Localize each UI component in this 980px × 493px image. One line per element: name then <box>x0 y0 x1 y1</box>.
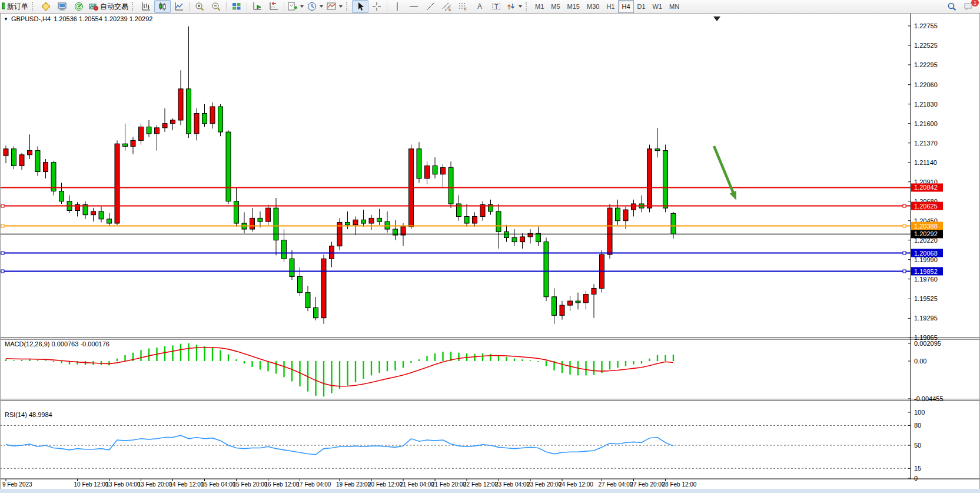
svg-text:F: F <box>464 7 467 11</box>
svg-text:1.19295: 1.19295 <box>914 315 938 322</box>
svg-text:13 Feb 20:00: 13 Feb 20:00 <box>138 481 172 488</box>
toolbar-separator <box>247 2 247 11</box>
timeframe-MN[interactable]: MN <box>666 0 683 13</box>
svg-text:1.20068: 1.20068 <box>914 250 938 257</box>
svg-text:100: 100 <box>914 409 925 416</box>
candlestick-icon <box>158 2 167 11</box>
svg-text:9 Feb 2023: 9 Feb 2023 <box>2 481 32 488</box>
bar-chart-icon <box>141 2 151 11</box>
mt4-window: { "toolbar": { "new_order_label": "新订单",… <box>0 0 980 493</box>
autotrading-button[interactable]: 自动交易 <box>87 0 130 13</box>
periods-clock-icon <box>307 2 317 11</box>
svg-text:1.20388: 1.20388 <box>914 223 938 230</box>
svg-text:1.20625: 1.20625 <box>914 203 938 210</box>
auto-scroll-button[interactable] <box>249 0 265 13</box>
candlestick-type-button[interactable] <box>154 0 171 13</box>
chart-window: 1.227551.225251.222951.220601.218301.216… <box>0 13 980 493</box>
fibonacci-button[interactable]: F <box>455 0 471 13</box>
dropdown-caret <box>519 5 522 8</box>
text-button[interactable]: A <box>471 0 488 13</box>
text-label-button[interactable]: T <box>488 0 504 13</box>
timeframe-H4[interactable]: H4 <box>618 0 633 13</box>
tile-windows-icon <box>232 2 241 11</box>
trendline-button[interactable] <box>422 0 438 13</box>
timeframe-M15[interactable]: M15 <box>564 0 583 13</box>
periods-button[interactable] <box>305 0 325 13</box>
strategy-tester-icon <box>74 2 84 11</box>
crosshair-button[interactable] <box>368 0 385 13</box>
chart-canvas[interactable]: 1.227551.225251.222951.220601.218301.216… <box>0 13 980 493</box>
svg-text:0.002095: 0.002095 <box>914 340 941 347</box>
zoom-out-button[interactable] <box>208 0 224 13</box>
svg-text:1.21830: 1.21830 <box>914 101 938 108</box>
toolbar-grip <box>132 2 136 11</box>
vertical-line-button[interactable] <box>389 0 406 13</box>
svg-text:17 Feb 04:00: 17 Feb 04:00 <box>297 481 331 488</box>
text-icon: A <box>475 2 484 11</box>
tile-windows-button[interactable] <box>228 0 245 13</box>
svg-text:27 Feb 20:00: 27 Feb 20:00 <box>630 481 665 488</box>
svg-text:15 Feb 04:00: 15 Feb 04:00 <box>201 481 236 488</box>
crosshair-icon <box>372 2 381 11</box>
svg-text:15: 15 <box>914 465 921 472</box>
toolbar-grip <box>346 2 350 11</box>
svg-text:E: E <box>449 7 451 11</box>
horizontal-line-button[interactable] <box>406 0 422 13</box>
trendline-icon <box>426 2 435 11</box>
timeframe-D1[interactable]: D1 <box>634 0 649 13</box>
new-order-button[interactable]: 新订单 <box>5 0 30 13</box>
indicators-icon <box>288 2 297 11</box>
metaeditor-button[interactable] <box>38 0 54 13</box>
dropdown-caret <box>320 5 323 8</box>
timeframe-H1[interactable]: H1 <box>603 0 618 13</box>
chart-shift-button[interactable] <box>265 0 282 13</box>
search-button[interactable] <box>944 0 960 13</box>
toolbar-grip <box>32 2 36 11</box>
notification-badge: 1 <box>971 0 979 7</box>
svg-text:1.19525: 1.19525 <box>914 295 938 302</box>
zoom-out-icon <box>211 2 221 11</box>
notifications-button[interactable]: 1 <box>960 0 976 13</box>
templates-icon <box>327 2 336 11</box>
terminal-button[interactable] <box>54 0 71 13</box>
zoom-in-icon <box>195 2 204 11</box>
zoom-in-button[interactable] <box>191 0 208 13</box>
timeframe-W1[interactable]: W1 <box>649 0 666 13</box>
svg-text:27 Feb 04:00: 27 Feb 04:00 <box>599 481 633 488</box>
timeframe-M1[interactable]: M1 <box>531 0 547 13</box>
svg-text:24 Feb 12:00: 24 Feb 12:00 <box>559 481 593 488</box>
horizontal-line-icon <box>409 2 418 11</box>
chart-title-symbol: GBPUSD-,H4 <box>11 15 51 22</box>
chart-menu-icon[interactable]: ▼ <box>4 16 8 22</box>
toolbar-separator <box>387 2 387 11</box>
toolbar: 新订单 自动交易 <box>0 0 980 14</box>
timeframe-M5[interactable]: M5 <box>547 0 563 13</box>
svg-text:0: 0 <box>914 475 918 482</box>
equidistant-channel-button[interactable]: E <box>438 0 455 13</box>
bar-chart-type-button[interactable] <box>138 0 154 13</box>
toolbar-separator <box>284 2 284 11</box>
svg-text:28 Feb 12:00: 28 Feb 12:00 <box>662 481 697 488</box>
line-chart-type-button[interactable] <box>171 0 187 13</box>
svg-text:21 Feb 04:00: 21 Feb 04:00 <box>400 481 434 488</box>
vertical-line-icon <box>393 2 402 11</box>
text-label-icon: T <box>491 2 501 11</box>
svg-text:1.21370: 1.21370 <box>914 140 938 147</box>
svg-text:50: 50 <box>914 442 921 449</box>
toolbar-separator <box>226 2 227 11</box>
arrows-button[interactable] <box>504 0 524 13</box>
cursor-icon <box>356 2 365 11</box>
timeframe-M30[interactable]: M30 <box>583 0 603 13</box>
cursor-button[interactable] <box>352 0 368 13</box>
svg-text:1.20292: 1.20292 <box>914 230 938 237</box>
svg-text:1.22295: 1.22295 <box>914 61 938 68</box>
chart-title[interactable]: ▼ GBPUSD-,H4 1.20536 1.20554 1.20239 1.2… <box>4 15 152 22</box>
equidistant-channel-icon: E <box>442 2 451 11</box>
svg-text:T: T <box>494 3 499 10</box>
strategy-tester-button[interactable] <box>71 0 87 13</box>
indicators-button[interactable] <box>286 0 305 13</box>
templates-button[interactable] <box>325 0 344 13</box>
svg-text:14 Feb 12:00: 14 Feb 12:00 <box>170 481 204 488</box>
svg-text:1.20842: 1.20842 <box>914 184 938 191</box>
svg-text:21 Feb 20:00: 21 Feb 20:00 <box>431 481 466 488</box>
